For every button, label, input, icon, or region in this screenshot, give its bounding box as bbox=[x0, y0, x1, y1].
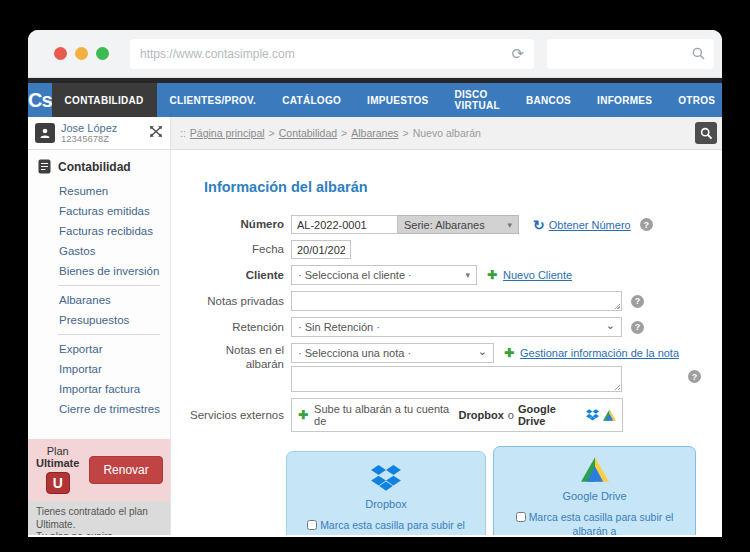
gdrive-checkbox-label-line1: Marca esta casilla para subir el albarán… bbox=[529, 511, 674, 535]
main-row: Contabilidad Resumen Facturas emitidas F… bbox=[28, 150, 722, 535]
renovar-button[interactable]: Renovar bbox=[89, 456, 162, 484]
breadcrumb-current: Nuevo albarán bbox=[413, 127, 481, 139]
nav-item-impuestos[interactable]: IMPUESTOS bbox=[354, 83, 441, 117]
servicios-externos-box: ✚ Sube tu albarán a tu cuenta de Dropbox… bbox=[291, 398, 623, 432]
notas-albaran-textarea[interactable] bbox=[291, 366, 622, 392]
retencion-label: Retención bbox=[171, 320, 284, 334]
breadcrumb-link-pagina-principal[interactable]: Página principal bbox=[190, 127, 265, 139]
collapse-sidebar-icon[interactable] bbox=[149, 124, 163, 142]
gdrive-checkbox[interactable] bbox=[516, 512, 526, 522]
breadcrumb-separator: > bbox=[341, 127, 347, 139]
gestionar-nota-link[interactable]: Gestionar información de la nota bbox=[520, 347, 679, 359]
nota-selected-value: · Selecciona una nota · bbox=[298, 347, 411, 359]
nav-item-bancos[interactable]: BANCOS bbox=[513, 83, 584, 117]
obtener-numero-refresh-icon[interactable]: ↻ bbox=[533, 217, 545, 233]
sidebar-divider bbox=[58, 334, 160, 335]
cloud-boxes: Dropbox Marca esta casilla para subir el… bbox=[286, 446, 722, 535]
notas-albaran-label-line2: albarán bbox=[246, 358, 284, 370]
nav-item-clientes-prov[interactable]: CLIENTES/PROV. bbox=[157, 83, 270, 117]
user-icon bbox=[35, 123, 55, 143]
cliente-selected-value: · Selecciona el cliente · bbox=[298, 269, 412, 281]
plan-badge: U bbox=[46, 472, 70, 494]
albaran-form: Número Serie: Albaranes ▾ ↻ Obtener Núme… bbox=[171, 215, 722, 432]
nota-select-row: · Selecciona una nota · ⌄ ✚ Gestionar in… bbox=[291, 343, 679, 363]
numero-input[interactable] bbox=[291, 215, 398, 234]
address-bar[interactable]: https://www.contasimple.com ⟳ bbox=[130, 39, 534, 69]
reload-icon[interactable]: ⟳ bbox=[511, 45, 524, 63]
nuevo-cliente-link[interactable]: Nuevo Cliente bbox=[503, 269, 572, 281]
close-window-button[interactable] bbox=[54, 47, 67, 60]
dropbox-icon[interactable] bbox=[586, 409, 599, 421]
fecha-row: Fecha bbox=[171, 240, 722, 259]
notas-privadas-textarea[interactable] bbox=[291, 291, 622, 311]
sidebar-item-facturas-recibidas[interactable]: Facturas recibidas bbox=[28, 221, 170, 241]
servicios-text: Sube tu albarán a tu cuenta de bbox=[314, 403, 455, 427]
sidebar-item-bienes-de-inversion[interactable]: Bienes de inversión bbox=[28, 261, 170, 281]
gdrive-title: Google Drive bbox=[494, 489, 695, 503]
breadcrumb-link-albaranes[interactable]: Albaranes bbox=[351, 127, 398, 139]
dropbox-checkbox[interactable] bbox=[307, 520, 317, 530]
sidebar-item-gastos[interactable]: Gastos bbox=[28, 241, 170, 261]
sidebar-item-importar[interactable]: Importar bbox=[28, 359, 170, 379]
fecha-input[interactable] bbox=[291, 240, 351, 259]
sidebar-section-header: Contabilidad bbox=[28, 159, 170, 174]
retencion-selected-value: · Sin Retención · bbox=[298, 321, 380, 333]
dropbox-icon bbox=[371, 465, 401, 491]
plus-icon: ✚ bbox=[487, 268, 497, 282]
sidebar: Contabilidad Resumen Facturas emitidas F… bbox=[28, 150, 171, 535]
breadcrumb-separator: > bbox=[403, 127, 409, 139]
contabilidad-icon bbox=[38, 159, 51, 174]
numero-help-icon[interactable]: ? bbox=[640, 218, 653, 231]
plus-icon: ✚ bbox=[504, 346, 514, 360]
plan-info: Plan Ultimate U bbox=[36, 445, 79, 494]
app-logo[interactable]: Cs bbox=[28, 83, 52, 117]
retencion-row: Retención · Sin Retención · ⌄ ? bbox=[171, 317, 722, 337]
plan-status-line2: Tu plan no expira. bbox=[36, 531, 116, 535]
user-box: Jose López 12345678Z bbox=[28, 117, 171, 149]
notas-albaran-help-icon[interactable]: ? bbox=[688, 370, 701, 383]
url-text: https://www.contasimple.com bbox=[140, 47, 295, 61]
nav-item-contabilidad[interactable]: CONTABILIDAD bbox=[52, 83, 157, 117]
obtener-numero-link[interactable]: Obtener Número bbox=[549, 219, 631, 231]
sidebar-item-resumen[interactable]: Resumen bbox=[28, 181, 170, 201]
browser-search-box[interactable] bbox=[547, 39, 714, 69]
breadcrumb-link-contabilidad[interactable]: Contabilidad bbox=[279, 127, 337, 139]
search-icon bbox=[700, 127, 713, 140]
servicios-dropbox-word: Dropbox bbox=[459, 409, 504, 421]
subheader: Jose López 12345678Z :: Página bbox=[28, 117, 722, 150]
page-title: Información del albarán bbox=[204, 179, 722, 195]
maximize-window-button[interactable] bbox=[96, 47, 109, 60]
sidebar-item-albaranes[interactable]: Albaranes bbox=[28, 290, 170, 310]
browser-chrome: https://www.contasimple.com ⟳ bbox=[28, 30, 722, 78]
user-nif: 12345678Z bbox=[61, 134, 117, 145]
nav-item-otros[interactable]: OTROS bbox=[665, 83, 722, 117]
nav-item-catalogo[interactable]: CATÁLOGO bbox=[269, 83, 354, 117]
sidebar-item-presupuestos[interactable]: Presupuestos bbox=[28, 310, 170, 330]
google-drive-icon[interactable] bbox=[603, 409, 616, 421]
sidebar-item-cierre-de-trimestres[interactable]: Cierre de trimestres bbox=[28, 399, 170, 419]
retencion-dropdown[interactable]: · Sin Retención · ⌄ bbox=[291, 317, 622, 337]
retencion-help-icon[interactable]: ? bbox=[631, 321, 644, 334]
page-search-button[interactable] bbox=[695, 122, 717, 144]
sidebar-item-exportar[interactable]: Exportar bbox=[28, 339, 170, 359]
nav-item-disco-virtual[interactable]: DISCO VIRTUAL bbox=[441, 83, 512, 117]
dropbox-checkbox-line: Marca esta casilla para subir el albarán… bbox=[287, 519, 485, 535]
numero-row: Número Serie: Albaranes ▾ ↻ Obtener Núme… bbox=[171, 215, 722, 234]
notas-privadas-help-icon[interactable]: ? bbox=[631, 295, 644, 308]
dropbox-title: Dropbox bbox=[287, 497, 485, 511]
breadcrumb-prefix: :: bbox=[180, 127, 186, 139]
sidebar-item-importar-factura[interactable]: Importar factura bbox=[28, 379, 170, 399]
minimize-window-button[interactable] bbox=[75, 47, 88, 60]
nota-dropdown[interactable]: · Selecciona una nota · ⌄ bbox=[291, 343, 494, 363]
sidebar-item-facturas-emitidas[interactable]: Facturas emitidas bbox=[28, 201, 170, 221]
numero-label: Número bbox=[171, 217, 284, 231]
serie-dropdown[interactable]: Serie: Albaranes ▾ bbox=[398, 215, 519, 234]
plan-status-line1: Tienes contratado el plan Ultimate. bbox=[36, 506, 148, 530]
servicios-externos-row: Servicios externos ✚ Sube tu albarán a t… bbox=[171, 398, 722, 432]
cliente-dropdown[interactable]: · Selecciona el cliente · ▾ bbox=[291, 265, 477, 285]
google-drive-icon bbox=[581, 457, 609, 482]
chevron-down-icon: ▾ bbox=[507, 220, 512, 230]
nav-item-informes[interactable]: INFORMES bbox=[584, 83, 665, 117]
sidebar-section-title: Contabilidad bbox=[58, 160, 131, 174]
serie-selected-value: Serie: Albaranes bbox=[404, 219, 485, 231]
